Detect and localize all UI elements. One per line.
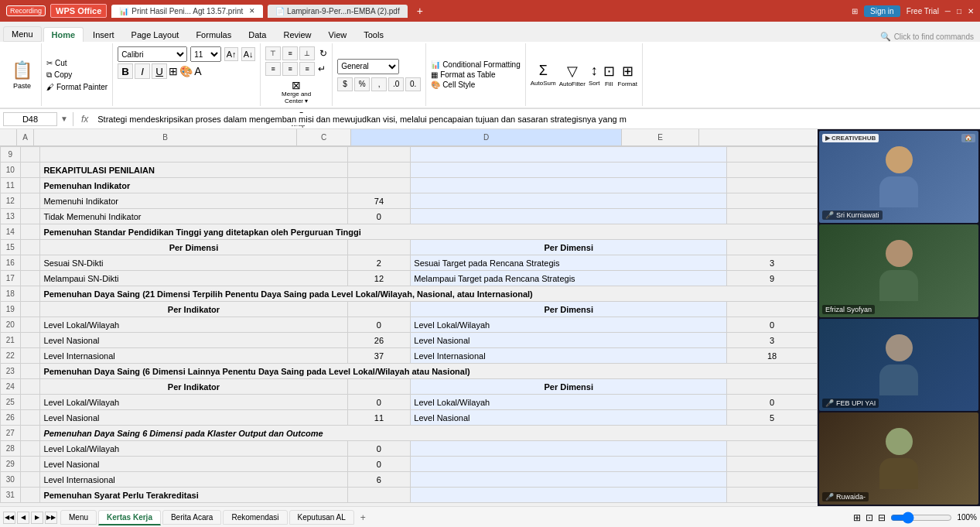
cell-d[interactable]: Level Nasional: [411, 333, 727, 348]
cell-e[interactable]: [727, 178, 818, 193]
cell-b[interactable]: Level Nasional: [40, 333, 347, 348]
cell-b[interactable]: Level Lokal/Wilayah: [40, 317, 347, 333]
close-tab-icon[interactable]: ✕: [249, 7, 255, 15]
cell-b[interactable]: Sesuai SN-Dikti: [40, 255, 347, 271]
tab-pdf[interactable]: 📄 Lampiran-9-Per...n-EMBA (2).pdf: [268, 5, 407, 18]
cell-a[interactable]: [20, 488, 40, 503]
cell-c[interactable]: 0: [347, 441, 411, 457]
cell-a[interactable]: [20, 379, 40, 395]
table-row[interactable]: 10REKAPITULASI PENILAIAN: [1, 163, 818, 178]
cell-c[interactable]: [347, 379, 411, 395]
border-icon[interactable]: ⊞: [169, 65, 178, 77]
table-row[interactable]: 9: [1, 147, 818, 163]
underline-button[interactable]: U: [152, 63, 167, 79]
fill-button[interactable]: ⊡ Fill: [603, 63, 615, 87]
cell-c[interactable]: 0: [347, 317, 411, 333]
font-name-select[interactable]: Calibri: [118, 46, 187, 62]
cell-b[interactable]: Per Indikator: [40, 302, 347, 317]
cell-c[interactable]: 26: [347, 333, 411, 348]
cell-a[interactable]: [20, 240, 40, 255]
cell-e[interactable]: [727, 193, 818, 209]
cell-a[interactable]: [20, 472, 40, 488]
align-bottom-button[interactable]: ⊥: [299, 46, 315, 60]
cell-c[interactable]: [347, 163, 411, 178]
cell-e[interactable]: 9: [727, 271, 818, 286]
cell-d[interactable]: [411, 178, 727, 193]
table-row[interactable]: 23Pemenuhan Daya Saing (6 Dimensi Lainny…: [1, 364, 818, 379]
dropdown-icon[interactable]: ▼: [60, 115, 68, 123]
table-row[interactable]: 14Pemenuhan Standar Pendidikan Tinggi ya…: [1, 224, 818, 240]
comma-button[interactable]: ,: [371, 77, 387, 91]
cell-b[interactable]: Memenuhi Indikator: [40, 193, 347, 209]
tab-menu[interactable]: Menu: [3, 26, 42, 42]
cell-b[interactable]: Pemenuhan Daya Saing (6 Dimensi Lainnya …: [40, 364, 818, 379]
table-row[interactable]: 17Melampaui SN-Dikti12Melampaui Target p…: [1, 271, 818, 286]
align-center-button[interactable]: ≡: [282, 62, 298, 76]
cut-button[interactable]: ✂ Cut: [46, 59, 108, 67]
tab-page-layout[interactable]: Page Layout: [124, 28, 187, 42]
cell-e[interactable]: 0: [727, 395, 818, 410]
next-sheet-button[interactable]: ▶: [31, 512, 43, 524]
number-format-select[interactable]: General: [337, 59, 399, 74]
table-row[interactable]: 20Level Lokal/Wilayah0Level Lokal/Wilaya…: [1, 317, 818, 333]
cell-b[interactable]: Pemenuhan Indikator: [40, 178, 347, 193]
zoom-slider[interactable]: [890, 512, 952, 523]
sheet-tab-rekomendasi[interactable]: Rekomendasi: [223, 510, 287, 525]
table-row[interactable]: 26Level Nasional11Level Nasional5: [1, 410, 818, 426]
italic-button[interactable]: I: [135, 63, 150, 79]
autofilter-button[interactable]: ▽ AutoFilter: [559, 63, 586, 87]
decrease-font-button[interactable]: A↓: [241, 47, 255, 61]
table-row[interactable]: 24Per IndikatorPer Dimensi: [1, 379, 818, 395]
cell-c[interactable]: 11: [347, 410, 411, 426]
table-row[interactable]: 18Pemenuhan Daya Saing (21 Dimensi Terpi…: [1, 286, 818, 302]
cell-d[interactable]: [411, 147, 727, 163]
cell-d[interactable]: Sesuai Target pada Rencana Strategis: [411, 255, 727, 271]
sign-in-button[interactable]: Sign in: [864, 5, 900, 17]
cell-d[interactable]: [411, 441, 727, 457]
cell-a[interactable]: [20, 255, 40, 271]
cell-b[interactable]: Level Lokal/Wilayah: [40, 395, 347, 410]
tab-formulas[interactable]: Formulas: [188, 28, 239, 42]
cell-e[interactable]: 5: [727, 410, 818, 426]
cell-b[interactable]: Level Internasional: [40, 472, 347, 488]
formula-input[interactable]: [94, 113, 977, 125]
table-row[interactable]: 11Pemenuhan Indikator: [1, 178, 818, 193]
prev-sheet-button[interactable]: ◀: [17, 512, 29, 524]
cell-d[interactable]: Level Internasional: [411, 348, 727, 364]
tab-data[interactable]: Data: [241, 28, 274, 42]
cell-c[interactable]: 6: [347, 472, 411, 488]
table-row[interactable]: 28Level Lokal/Wilayah0: [1, 441, 818, 457]
cell-b[interactable]: Pemenuhan Standar Pendidikan Tinggi yang…: [40, 224, 818, 240]
view-page-icon[interactable]: ⊡: [866, 512, 873, 523]
font-size-select[interactable]: 11: [190, 46, 221, 62]
currency-button[interactable]: $: [337, 77, 353, 91]
cell-a[interactable]: [20, 193, 40, 209]
cell-d[interactable]: Melampaui Target pada Rencana Strategis: [411, 271, 727, 286]
sort-button[interactable]: ↕ Sort: [589, 63, 600, 87]
tab-review[interactable]: Review: [275, 28, 319, 42]
minimize-icon[interactable]: ─: [945, 7, 951, 15]
cell-e[interactable]: 3: [727, 255, 818, 271]
cell-a[interactable]: [20, 441, 40, 457]
cell-c[interactable]: [347, 147, 411, 163]
cell-c[interactable]: 0: [347, 395, 411, 410]
cell-e[interactable]: [727, 209, 818, 224]
increase-decimal-button[interactable]: .0: [388, 77, 404, 91]
sheet-tab-kertas-kerja[interactable]: Kertas Kerja: [98, 510, 161, 525]
table-row[interactable]: 27Pemenuhan Daya Saing 6 Dimensi pada Kl…: [1, 426, 818, 441]
fx-icon[interactable]: fx: [81, 114, 88, 125]
cell-b[interactable]: Per Dimensi: [40, 240, 347, 255]
decrease-decimal-button[interactable]: 0.: [405, 77, 421, 91]
cell-d[interactable]: Per Dimensi: [411, 379, 727, 395]
cell-a[interactable]: [20, 224, 40, 240]
cell-c[interactable]: [347, 240, 411, 255]
indent-icon[interactable]: ↵: [318, 63, 326, 74]
cell-c[interactable]: 0: [347, 209, 411, 224]
cell-e[interactable]: [727, 163, 818, 178]
align-middle-button[interactable]: ≡: [282, 46, 298, 60]
cell-a[interactable]: [20, 271, 40, 286]
conditional-formatting-button[interactable]: 📊 Conditional Formatting: [431, 60, 521, 69]
paste-button[interactable]: 📋 Paste: [12, 60, 32, 90]
tab-insert[interactable]: Insert: [85, 28, 122, 42]
cell-b[interactable]: Tidak Memenuhi Indikator: [40, 209, 347, 224]
